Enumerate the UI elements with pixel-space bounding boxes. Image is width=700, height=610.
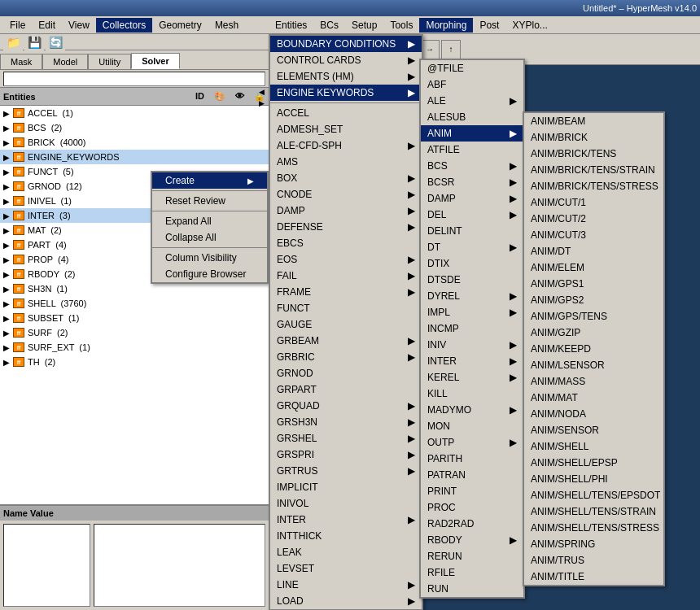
bc-levset[interactable]: LEVSET <box>270 560 422 577</box>
ek-ale[interactable]: ALE ▶ <box>421 93 523 109</box>
rbody-arrow[interactable]: ▶ <box>3 270 13 279</box>
bc-grquad[interactable]: GRQUAD ▶ <box>270 398 422 414</box>
bc-ebcs[interactable]: EBCS <box>270 235 422 251</box>
entity-subset[interactable]: ▶ ff SUBSET (1) <box>0 311 269 325</box>
entity-bcs[interactable]: ▶ ff BCS (2) <box>0 120 269 135</box>
th-arrow[interactable]: ▶ <box>3 358 13 367</box>
bc-inivol[interactable]: INIVOL <box>270 495 422 512</box>
bc-accel[interactable]: ACCEL <box>270 105 422 121</box>
anim-dt[interactable]: ANIM/DT <box>524 243 663 259</box>
bc-grspri[interactable]: GRSPRI ▶ <box>270 447 422 463</box>
bc-ams[interactable]: AMS <box>270 154 422 170</box>
bc-line[interactable]: LINE ▶ <box>270 577 422 593</box>
ctx-colvis[interactable]: Column Visibility <box>152 250 267 266</box>
bc-boundary[interactable]: BOUNDARY CONDITIONS ▶ <box>270 36 422 52</box>
inivel-arrow[interactable]: ▶ <box>3 197 13 206</box>
anim-elem[interactable]: ANIM/ELEM <box>524 259 663 276</box>
anim-cut1[interactable]: ANIM/CUT/1 <box>524 194 663 211</box>
bc-fail[interactable]: FAIL ▶ <box>270 268 422 284</box>
ek-rfile[interactable]: RFILE <box>421 564 523 581</box>
bc-grshel[interactable]: GRSHEL ▶ <box>270 430 422 447</box>
ek-rad2rad[interactable]: RAD2RAD <box>421 516 523 532</box>
prop-arrow[interactable]: ▶ <box>3 255 13 264</box>
ctx-collapse[interactable]: Collapse All <box>152 229 267 246</box>
inter-arrow[interactable]: ▶ <box>3 211 13 220</box>
anim-shell-tens-strain[interactable]: ANIM/SHELL/TENS/STRAIN <box>524 503 663 520</box>
ek-dyrel[interactable]: DYREL ▶ <box>421 288 523 304</box>
anim-spring[interactable]: ANIM/SPRING <box>524 536 663 552</box>
anim-shell-tens-epsdot[interactable]: ANIM/SHELL/TENS/EPSDOT <box>524 487 663 503</box>
anim-mat[interactable]: ANIM/MAT <box>524 390 663 406</box>
anim-brick[interactable]: ANIM/BRICK <box>524 129 663 146</box>
ek-madymo[interactable]: MADYMO ▶ <box>421 402 523 418</box>
anim-shell[interactable]: ANIM/SHELL <box>524 438 663 455</box>
ek-del[interactable]: DEL ▶ <box>421 207 523 223</box>
bc-ale-cfd[interactable]: ALE-CFD-SPH ▶ <box>270 137 422 154</box>
bc-box[interactable]: BOX ▶ <box>270 170 422 186</box>
ctx-confbrowser[interactable]: Configure Browser <box>152 266 267 282</box>
anim-cut2[interactable]: ANIM/CUT/2 <box>524 211 663 227</box>
menu-edit[interactable]: Edit <box>32 18 62 33</box>
ek-iniv[interactable]: INIV ▶ <box>421 337 523 353</box>
bc-implicit[interactable]: IMPLICIT <box>270 479 422 495</box>
anim-mass[interactable]: ANIM/MASS <box>524 373 663 390</box>
bc-grpart[interactable]: GRPART <box>270 381 422 398</box>
shell-arrow[interactable]: ▶ <box>3 299 13 308</box>
bc-damp[interactable]: DAMP ▶ <box>270 203 422 219</box>
ek-run[interactable]: RUN <box>421 581 523 597</box>
toolbar-btn-1[interactable]: 📁 <box>3 33 23 52</box>
bc-gauge[interactable]: GAUGE <box>270 316 422 333</box>
anim-gps-tens[interactable]: ANIM/GPS/TENS <box>524 308 663 325</box>
menu-view[interactable]: View <box>62 18 96 33</box>
toolbar-btn-2[interactable]: 💾 <box>24 33 44 52</box>
anim-beam[interactable]: ANIM/BEAM <box>524 113 663 129</box>
subset-arrow[interactable]: ▶ <box>3 314 13 323</box>
ctx-reset[interactable]: Reset Review <box>152 193 267 209</box>
tab-solver[interactable]: Solver <box>131 53 180 69</box>
entity-accel[interactable]: ▶ ff ACCEL (1) <box>0 106 269 120</box>
ek-bcsr[interactable]: BCSR ▶ <box>421 174 523 190</box>
bc-eos[interactable]: EOS ▶ <box>270 251 422 268</box>
surf-ext-arrow[interactable]: ▶ <box>3 343 13 352</box>
entity-th[interactable]: ▶ ff TH (2) <box>0 355 269 369</box>
anim-shell-epsp[interactable]: ANIM/SHELL/EPSP <box>524 455 663 471</box>
ek-print[interactable]: PRINT <box>421 483 523 499</box>
ek-proc[interactable]: PROC <box>421 499 523 516</box>
ek-impl[interactable]: IMPL ▶ <box>421 304 523 320</box>
bc-engine-keywords[interactable]: ENGINE KEYWORDS ▶ <box>270 85 422 101</box>
anim-lsensor[interactable]: ANIM/LSENSOR <box>524 357 663 373</box>
entity-surf-ext[interactable]: ▶ ff SURF_EXT (1) <box>0 340 269 355</box>
ek-dt[interactable]: DT ▶ <box>421 239 523 255</box>
bc-leak[interactable]: LEAK <box>270 544 422 560</box>
ek-delint[interactable]: DELINT <box>421 223 523 239</box>
toolbar-btn-3[interactable]: 🔄 <box>46 33 65 52</box>
anim-shell-tens-stress[interactable]: ANIM/SHELL/TENS/STRESS <box>524 520 663 536</box>
bc-inter[interactable]: INTER ▶ <box>270 512 422 528</box>
ek-tfile[interactable]: @TFILE <box>421 60 523 76</box>
bc-control[interactable]: CONTROL CARDS ▶ <box>270 52 422 68</box>
entity-brick[interactable]: ▶ ff BRICK (4000) <box>0 135 269 150</box>
sh3n-arrow[interactable]: ▶ <box>3 285 13 294</box>
anim-keepd[interactable]: ANIM/KEEPD <box>524 341 663 357</box>
bc-load[interactable]: LOAD ▶ <box>270 593 422 609</box>
ek-inter[interactable]: INTER ▶ <box>421 353 523 369</box>
entity-shell[interactable]: ▶ ff SHELL (3760) <box>0 296 269 311</box>
anim-sensor[interactable]: ANIM/SENSOR <box>524 422 663 438</box>
ek-mon[interactable]: MON <box>421 418 523 434</box>
ek-kerel[interactable]: KEREL ▶ <box>421 369 523 386</box>
tab-mask[interactable]: Mask <box>0 54 42 69</box>
menu-file[interactable]: File <box>3 18 32 33</box>
scroll-down[interactable]: ▶ <box>259 99 265 107</box>
menu-tools[interactable]: Tools <box>383 18 419 33</box>
anim-gzip[interactable]: ANIM/GZIP <box>524 325 663 341</box>
menu-entities[interactable]: Entities <box>269 18 313 33</box>
bc-frame[interactable]: FRAME ▶ <box>270 284 422 300</box>
menu-setup[interactable]: Setup <box>345 18 383 33</box>
bc-grbric[interactable]: GRBRIC ▶ <box>270 349 422 365</box>
anim-title[interactable]: ANIM/TITLE <box>524 569 663 585</box>
bc-grbeam[interactable]: GRBEAM ▶ <box>270 333 422 349</box>
surf-arrow[interactable]: ▶ <box>3 329 13 338</box>
ek-outp[interactable]: OUTP ▶ <box>421 434 523 451</box>
tab-utility[interactable]: Utility <box>88 54 131 69</box>
anim-noda[interactable]: ANIM/NODA <box>524 406 663 422</box>
